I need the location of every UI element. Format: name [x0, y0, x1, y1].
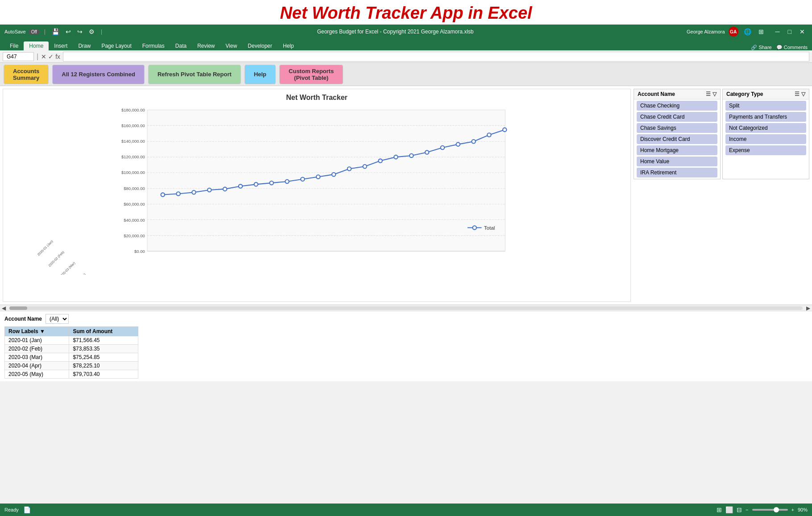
tab-insert[interactable]: Insert — [49, 41, 73, 50]
tab-help[interactable]: Help — [278, 41, 299, 50]
user-avatar[interactable]: GA — [729, 27, 738, 37]
zoom-minus-button[interactable]: − — [746, 507, 748, 512]
account-item-home-value[interactable]: Home Value — [637, 157, 717, 166]
svg-point-28 — [269, 181, 273, 185]
customize-icon[interactable]: ⚙ — [87, 27, 96, 36]
svg-text:Total: Total — [484, 225, 495, 231]
tab-page-layout[interactable]: Page Layout — [96, 41, 137, 50]
help-button[interactable]: Help — [244, 65, 276, 84]
autosave-label: AutoSave — [4, 29, 26, 34]
svg-point-45 — [472, 226, 476, 229]
account-item-ira[interactable]: IRA Retirement — [637, 168, 717, 178]
cell-reference[interactable]: G47 — [3, 52, 34, 61]
svg-point-40 — [456, 142, 460, 146]
account-item-home-mortgage[interactable]: Home Mortgage — [637, 145, 717, 155]
svg-text:2020-02 (Feb): 2020-02 (Feb) — [47, 250, 65, 268]
insert-function-icon[interactable]: fx — [55, 53, 60, 60]
svg-text:2020-01 (Jan): 2020-01 (Jan) — [37, 239, 54, 257]
save-icon[interactable]: 💾 — [50, 27, 61, 36]
undo-icon[interactable]: ↩ — [64, 27, 73, 36]
category-item-expense[interactable]: Expense — [725, 145, 806, 155]
account-filter-icon[interactable]: ☰ — [706, 91, 711, 97]
svg-text:$140,000.00: $140,000.00 — [121, 139, 145, 144]
page-layout-view-button[interactable]: ⬜ — [725, 506, 733, 513]
zoom-plus-button[interactable]: + — [791, 507, 794, 512]
all-registers-button[interactable]: All 12 Registers Combined — [52, 65, 145, 84]
account-item-chase-savings[interactable]: Chase Savings — [637, 123, 717, 133]
cancel-formula-icon[interactable]: ✕ — [41, 53, 46, 60]
page-break-view-button[interactable]: ⊟ — [737, 506, 742, 513]
account-item-discover[interactable]: Discover Credit Card — [637, 134, 717, 144]
account-item-chase-credit[interactable]: Chase Credit Card — [637, 112, 717, 122]
pivot-table: Row Labels ▼ Sum of Amount 2020-01 (Jan)… — [4, 326, 138, 379]
svg-point-39 — [441, 146, 444, 149]
svg-point-31 — [316, 175, 320, 178]
svg-point-24 — [207, 188, 211, 192]
comments-button[interactable]: 💬 Comments — [776, 45, 808, 50]
refresh-pivot-button[interactable]: Refresh Pivot Table Report — [148, 65, 241, 84]
svg-point-30 — [301, 178, 304, 181]
scroll-track[interactable] — [9, 306, 803, 310]
globe-icon[interactable]: 🌐 — [742, 27, 753, 36]
category-item-split[interactable]: Split — [725, 101, 806, 111]
svg-point-29 — [285, 180, 289, 183]
tab-data[interactable]: Data — [170, 41, 192, 50]
pivot-row-1-label: 2020-01 (Jan) — [5, 336, 69, 345]
pivot-row-4: 2020-04 (Apr) $78,225.10 — [5, 362, 138, 370]
custom-reports-button[interactable]: Custom Reports(Pivot Table) — [279, 65, 343, 84]
autosave-badge[interactable]: Off — [29, 29, 40, 35]
pivot-col1-header[interactable]: Row Labels ▼ — [5, 327, 69, 336]
tab-draw[interactable]: Draw — [73, 41, 96, 50]
close-button[interactable]: ✕ — [797, 28, 808, 35]
pivot-row-1: 2020-01 (Jan) $71,566.45 — [5, 336, 138, 345]
grid-icon[interactable]: ⊞ — [757, 27, 766, 36]
account-panel-icons: ☰ ▽ — [706, 91, 717, 97]
pivot-row-1-value: $71,566.45 — [69, 336, 138, 345]
zoom-level[interactable]: 90% — [798, 507, 808, 512]
bottom-section: Account Name (All) Row Labels ▼ Sum of A… — [0, 311, 812, 381]
scroll-right-arrow[interactable]: ▶ — [804, 305, 812, 311]
horizontal-scrollbar[interactable]: ◀ ▶ — [0, 305, 812, 311]
file-title: Georges Budget for Excel - Copyright 202… — [107, 29, 684, 35]
zoom-slider[interactable] — [752, 509, 788, 511]
pivot-col2-header: Sum of Amount — [69, 327, 138, 336]
confirm-formula-icon[interactable]: ✓ — [48, 53, 54, 60]
account-panel-title: Account Name — [638, 91, 675, 97]
account-filter-select[interactable]: (All) — [46, 314, 69, 324]
account-filter-label: Account Name — [4, 316, 42, 322]
redo-icon[interactable]: ↪ — [75, 27, 84, 36]
pivot-row-5-label: 2020-05 (May) — [5, 370, 69, 379]
restore-button[interactable]: □ — [785, 28, 794, 35]
pivot-col1-sort-icon[interactable]: ▼ — [40, 328, 45, 334]
category-filter-icon[interactable]: ☰ — [795, 91, 800, 97]
category-item-income[interactable]: Income — [725, 134, 806, 144]
tab-formulas[interactable]: Formulas — [137, 41, 170, 50]
svg-point-43 — [503, 128, 506, 132]
category-item-not-categorized[interactable]: Not Categorized — [725, 123, 806, 133]
minimize-button[interactable]: ─ — [773, 28, 783, 35]
accounts-summary-button[interactable]: AccountsSummary — [4, 65, 49, 84]
formula-input[interactable] — [63, 52, 809, 62]
scroll-thumb[interactable] — [9, 306, 27, 310]
tab-view[interactable]: View — [220, 41, 243, 50]
svg-point-25 — [223, 187, 227, 191]
svg-text:$120,000.00: $120,000.00 — [121, 154, 145, 159]
scroll-left-arrow[interactable]: ◀ — [0, 305, 8, 311]
status-icon: 📄 — [23, 506, 31, 513]
tab-file[interactable]: File — [4, 41, 24, 50]
svg-point-42 — [487, 133, 491, 136]
category-sort-icon[interactable]: ▽ — [801, 91, 805, 97]
svg-text:$160,000.00: $160,000.00 — [121, 123, 145, 128]
tab-review[interactable]: Review — [192, 41, 220, 50]
account-sort-icon[interactable]: ▽ — [713, 91, 717, 97]
zoom-thumb[interactable] — [774, 507, 779, 512]
tab-developer[interactable]: Developer — [242, 41, 278, 50]
pivot-row-2-label: 2020-02 (Feb) — [5, 345, 69, 353]
normal-view-button[interactable]: ⊞ — [717, 506, 722, 513]
tab-home[interactable]: Home — [24, 41, 49, 50]
pivot-row-3: 2020-03 (Mar) $75,254.85 — [5, 353, 138, 362]
category-item-payments[interactable]: Payments and Transfers — [725, 112, 806, 122]
svg-text:2020-04 (Apr): 2020-04 (Apr) — [70, 272, 87, 275]
account-item-chase-checking[interactable]: Chase Checking — [637, 101, 717, 111]
share-button[interactable]: 🔗 Share — [751, 45, 771, 50]
